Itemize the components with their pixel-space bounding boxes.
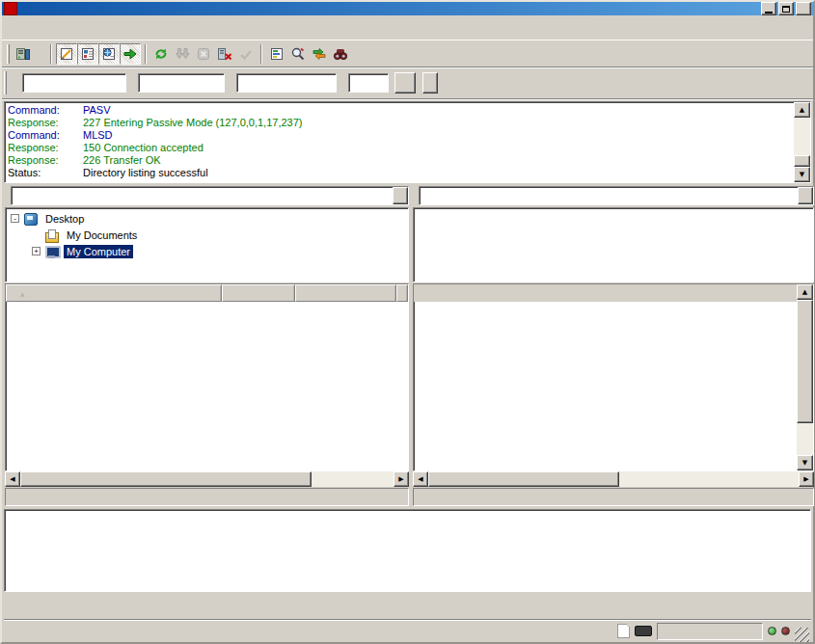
- scroll-up-icon[interactable]: ▲: [797, 284, 813, 300]
- queue-header: [5, 510, 810, 527]
- scroll-thumb[interactable]: [20, 471, 312, 487]
- scroll-track[interactable]: [797, 423, 813, 455]
- receive-activity-led-icon: [768, 627, 776, 635]
- menu-item[interactable]: [83, 27, 98, 33]
- username-input[interactable]: [138, 73, 225, 93]
- directory-comparison-button[interactable]: [287, 43, 309, 65]
- port-input[interactable]: [348, 73, 389, 93]
- remote-site-combobox[interactable]: [419, 186, 814, 205]
- local-list-header: [6, 284, 408, 302]
- local-file-list: [5, 283, 409, 471]
- reconnect-icon: [238, 46, 254, 62]
- tree-item[interactable]: + My Computer: [6, 243, 408, 259]
- scroll-right-icon[interactable]: ▶: [799, 471, 814, 487]
- app-logo-icon: [4, 2, 17, 15]
- directory-filter-button[interactable]: [266, 43, 287, 65]
- message-log-lines: Command: PASV Response: 227 Entering Pas…: [6, 103, 793, 181]
- toolbar-separator: [145, 44, 147, 64]
- tree-item[interactable]: - Desktop: [6, 210, 408, 227]
- toolbar-separator: [260, 44, 262, 64]
- menu-item[interactable]: [21, 27, 37, 33]
- remote-vertical-scrollbar[interactable]: ▲ ▼: [797, 284, 813, 470]
- chevron-down-icon[interactable]: [393, 187, 408, 204]
- column-header[interactable]: [222, 284, 295, 302]
- tree-expander[interactable]: +: [32, 247, 41, 255]
- toolbar-grip: [7, 44, 10, 64]
- title-bar: [2, 2, 813, 15]
- menu-item[interactable]: [98, 27, 114, 33]
- toggle-local-tree-button[interactable]: [77, 43, 98, 65]
- log-line: Command: MLSD: [8, 129, 793, 142]
- site-manager-button[interactable]: [13, 43, 34, 65]
- log-line: Response: 150 Connection accepted: [8, 142, 793, 154]
- close-button[interactable]: [796, 2, 811, 15]
- toggle-message-log-button[interactable]: [56, 43, 77, 65]
- scroll-left-icon[interactable]: ◀: [413, 471, 428, 487]
- log-vertical-scrollbar[interactable]: ▲ ▼: [794, 102, 810, 182]
- minimize-button[interactable]: [761, 2, 776, 15]
- maximize-button[interactable]: [778, 2, 794, 15]
- message-log-icon: [59, 46, 74, 62]
- site-manager-dropdown-button[interactable]: [34, 43, 46, 65]
- maximize-icon: [782, 6, 790, 13]
- quickconnect-dropdown-button[interactable]: [422, 72, 438, 94]
- process-queue-button[interactable]: [172, 43, 193, 65]
- remote-pane: ▲ ▼ ◀ ▶: [413, 185, 814, 506]
- column-header[interactable]: [6, 284, 222, 302]
- resize-grip[interactable]: [795, 628, 809, 642]
- local-horizontal-scrollbar[interactable]: ◀ ▶: [5, 471, 409, 487]
- local-tree-icon: [80, 46, 95, 62]
- scroll-thumb[interactable]: [428, 471, 619, 487]
- minimize-icon: [765, 12, 773, 13]
- transfer-type-icon: [617, 624, 630, 638]
- local-site-value[interactable]: [12, 187, 393, 204]
- cancel-operation-button[interactable]: [193, 43, 214, 65]
- menu-item[interactable]: [37, 27, 52, 33]
- scroll-thumb[interactable]: [797, 300, 813, 423]
- toggle-remote-tree-button[interactable]: [98, 43, 120, 65]
- send-activity-led-icon: [781, 627, 790, 635]
- local-site-combobox[interactable]: [11, 186, 409, 205]
- tree-item[interactable]: My Documents: [6, 227, 408, 243]
- scroll-track[interactable]: [794, 118, 810, 155]
- toggle-transfer-queue-button[interactable]: [120, 43, 141, 65]
- transfer-queue-icon: [122, 46, 138, 62]
- chevron-down-icon[interactable]: [798, 187, 813, 204]
- refresh-button[interactable]: [150, 43, 172, 65]
- disconnect-button[interactable]: [214, 43, 235, 65]
- tree-item-icon: [23, 212, 39, 226]
- column-header[interactable]: [295, 284, 396, 302]
- remote-horizontal-scrollbar[interactable]: ◀ ▶: [413, 471, 814, 487]
- log-line: Command: PASV: [8, 104, 793, 117]
- tree-expander[interactable]: -: [11, 214, 19, 223]
- find-files-button[interactable]: [330, 43, 351, 65]
- password-input[interactable]: [236, 73, 337, 93]
- filter-icon: [269, 46, 285, 62]
- menu-item[interactable]: [6, 27, 21, 33]
- quickconnect-button[interactable]: [394, 72, 416, 94]
- remote-site-value[interactable]: [420, 187, 798, 204]
- scroll-left-icon[interactable]: ◀: [5, 471, 20, 487]
- host-input[interactable]: [22, 73, 126, 93]
- scroll-down-icon[interactable]: ▼: [797, 455, 813, 470]
- synchronized-browsing-button[interactable]: [309, 43, 330, 65]
- filezilla-window: Command: PASV Response: 227 Entering Pas…: [0, 0, 815, 644]
- scroll-right-icon[interactable]: ▶: [394, 471, 409, 487]
- scroll-thumb[interactable]: [794, 155, 810, 167]
- menu-bar: [2, 19, 813, 40]
- local-tree: - Desktop My Documents + My Computer: [5, 207, 409, 282]
- scroll-down-icon[interactable]: ▼: [794, 167, 810, 182]
- remote-list-header: [414, 284, 797, 302]
- column-header[interactable]: [396, 284, 408, 302]
- menu-item[interactable]: [68, 27, 83, 33]
- remote-status-text: [413, 488, 814, 506]
- scroll-track[interactable]: [619, 471, 799, 487]
- scroll-track[interactable]: [312, 471, 394, 487]
- disconnect-icon: [217, 46, 232, 62]
- quickconnect-bar: [2, 67, 813, 99]
- reconnect-button[interactable]: [235, 43, 257, 65]
- log-line: Response: 226 Transfer OK: [8, 154, 793, 167]
- queue-status-text: [657, 623, 763, 640]
- scroll-up-icon[interactable]: ▲: [794, 102, 810, 118]
- menu-item[interactable]: [52, 27, 68, 33]
